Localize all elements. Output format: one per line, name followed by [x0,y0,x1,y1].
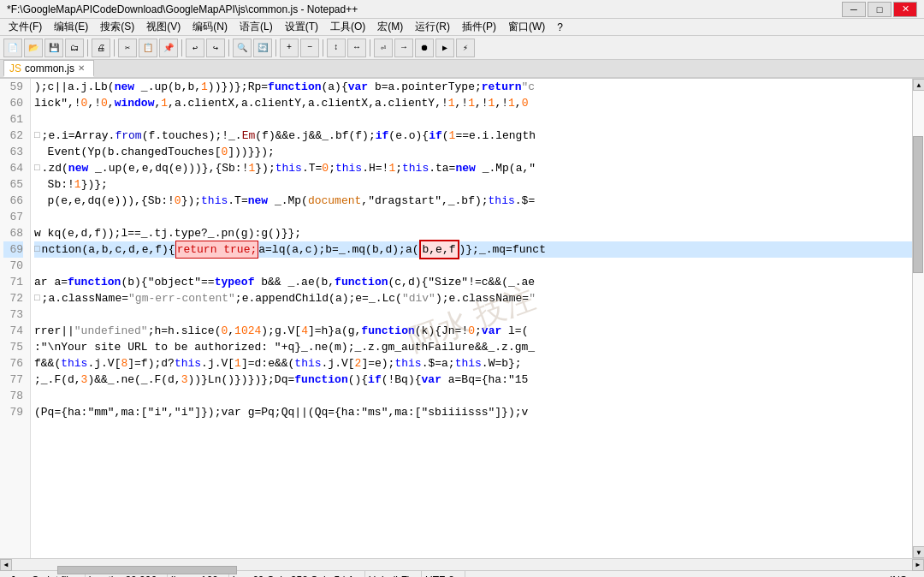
code-line-68: w kq(e,d,f));l==_.tj.type?_.pn(g):g()}}; [34,225,912,241]
tb-copy[interactable]: 📋 [139,39,157,57]
vertical-scrollbar[interactable]: ▲ ▼ [912,79,924,558]
scroll-track[interactable] [913,91,924,546]
tb-macro-rec[interactable]: ⏺ [415,39,434,57]
status-ins: INS [886,571,917,578]
menu-encode[interactable]: 编码(N) [187,19,233,35]
ln-60: 60 [3,95,23,111]
tb-save-all[interactable]: 🗂 [65,39,84,57]
tb-sep1 [87,39,88,57]
editor: 59 60 61 62 63 64 65 66 67 68 69 70 71 7… [0,79,924,558]
tb-zoom-in[interactable]: + [280,39,299,57]
code-area[interactable]: 阿水 技注 );c||a.j.Lb(new _.up(b,b,1))})};Rp… [31,79,912,558]
code-line-65: Sb:!1})}; [34,176,912,193]
code-line-63: Event(Yp(b.changedTouches[0]))}}); [34,144,912,160]
ln-77: 77 [3,372,23,388]
tb-sep7 [370,39,370,57]
code-line-77: ;_.F(d,3)&&_.ne(_.F(d,3))}Ln()})})};Dq=f… [34,372,912,388]
menu-file[interactable]: 文件(F) [3,19,47,35]
tb-sep6 [323,39,323,57]
scroll-thumb[interactable] [913,136,923,273]
tab-common-js[interactable]: JS common.js ✕ [3,60,94,77]
minimize-button[interactable]: ─ [842,2,866,17]
tab-close-button[interactable]: ✕ [78,63,85,73]
menu-tools[interactable]: 工具(O) [325,19,370,35]
tb-replace[interactable]: 🔄 [253,39,272,57]
tab-bar: JS common.js ✕ [0,60,924,79]
menu-window[interactable]: 窗口(W) [503,19,550,35]
menu-settings[interactable]: 设置(T) [280,19,323,35]
ln-76: 76 [3,355,23,372]
tb-sync-h[interactable]: ↔ [347,39,366,57]
ln-67: 67 [3,209,23,225]
ln-65: 65 [3,176,23,193]
code-line-71: ar a=function(b){"object"==typeof b&& _.… [34,274,912,290]
code-line-69: □nction(a,b,c,d,e,f){return true;a=lq(a,… [34,241,912,258]
tb-indent[interactable]: → [394,39,413,57]
h-scroll-thumb[interactable] [57,566,237,574]
ln-64: 64 [3,160,23,176]
tb-undo[interactable]: ↩ [186,39,204,57]
menu-help[interactable]: ? [552,21,568,34]
ln-61: 61 [3,111,23,128]
status-position: Ln : 69 Col : 358 Sel : 5 | 1 [229,571,365,578]
code-line-59: );c||a.j.Lb(new _.up(b,b,1))})};Rp=funct… [34,79,912,95]
maximize-button[interactable]: □ [868,2,891,17]
code-line-74: rrer||"undefined";h=h.slice(0,1024);g.V[… [34,323,912,339]
tb-sync-v[interactable]: ↕ [327,39,346,57]
ln-66: 66 [3,193,23,209]
scroll-down-arrow[interactable]: ▼ [913,546,924,558]
code-line-64: □.zd(new _.up(e,e,dq(e)))},{Sb:!1});this… [34,160,912,176]
ln-78: 78 [3,388,23,404]
code-line-66: p(e,e,dq(e))),{Sb:!0});this.T=new _.Mp(d… [34,193,912,209]
code-line-62: □;e.i=Array.from(f.touches);!_.Em(f)&&e.… [34,128,912,144]
tb-open[interactable]: 📂 [24,39,43,57]
code-line-75: :"\nYour site URL to be authorized: "+q}… [34,339,912,355]
menu-edit[interactable]: 编辑(E) [49,19,93,35]
tb-print[interactable]: 🖨 [92,39,110,57]
tb-save[interactable]: 💾 [44,39,63,57]
tb-cut[interactable]: ✂ [118,39,137,57]
tb-paste[interactable]: 📌 [159,39,178,57]
horizontal-scrollbar[interactable]: ◀ ▶ [0,558,924,570]
tb-macro-play[interactable]: ▶ [435,39,454,57]
menu-language[interactable]: 语言(L) [234,19,278,35]
menu-search[interactable]: 搜索(S) [95,19,139,35]
tb-run-script[interactable]: ⚡ [456,39,475,57]
code-line-79: (Pq={ha:"mm",ma:["i","i"]});var g=Pq;Qq|… [34,404,912,420]
tb-redo[interactable]: ↪ [206,39,225,57]
tb-new[interactable]: 📄 [3,39,22,57]
ln-59: 59 [3,79,23,95]
tb-find[interactable]: 🔍 [233,39,252,57]
close-button[interactable]: ✕ [893,2,917,17]
ln-69: 69 [3,241,23,258]
tab-label: common.js [25,62,74,74]
scroll-left-arrow[interactable]: ◀ [0,559,12,571]
status-encoding: UTF-8 [422,571,465,578]
tb-zoom-out[interactable]: − [300,39,319,57]
ln-74: 74 [3,323,23,339]
tb-wrap[interactable]: ⏎ [374,39,393,57]
tb-sep2 [114,39,115,57]
menu-bar: 文件(F) 编辑(E) 搜索(S) 视图(V) 编码(N) 语言(L) 设置(T… [0,19,924,36]
ln-68: 68 [3,225,23,241]
menu-plugins[interactable]: 插件(P) [457,19,501,35]
title-bar: *F:\GoogleMapAPICodeDownload\GoogleMapAP… [0,0,924,19]
ln-79: 79 [3,404,23,420]
scroll-up-arrow[interactable]: ▲ [913,79,924,91]
ln-72: 72 [3,290,23,306]
line-numbers: 59 60 61 62 63 64 65 66 67 68 69 70 71 7… [0,79,31,558]
scroll-right-arrow[interactable]: ▶ [912,559,924,571]
code-line-70 [34,258,912,274]
code-line-78 [34,388,912,404]
menu-macro[interactable]: 宏(M) [372,19,408,35]
code-line-73 [34,306,912,323]
tb-sep3 [181,39,182,57]
code-line-60: lick",!0,!0,window,1,a.clientX,a.clientY… [34,95,912,111]
code-line-67 [34,209,912,225]
menu-view[interactable]: 视图(V) [141,19,186,35]
code-line-72: □;a.className="gm-err-content";e.appendC… [34,290,912,306]
menu-run[interactable]: 运行(R) [410,19,455,35]
ln-70: 70 [3,258,23,274]
ln-63: 63 [3,144,23,160]
tab-icon: JS [9,62,21,74]
